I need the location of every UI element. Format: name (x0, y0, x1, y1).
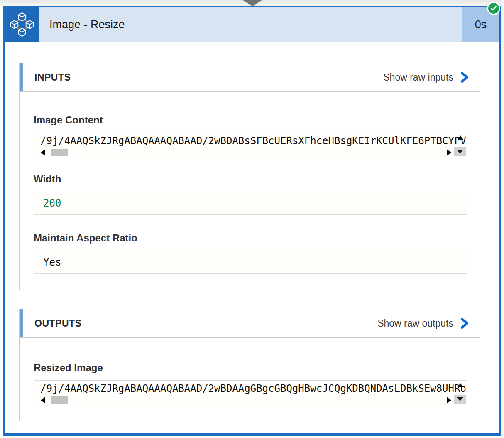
resized-image-value: /9j/4AAQSkZJRgABAQAAAQABAAD/2wBDAAgGBgcG… (34, 381, 467, 394)
inputs-section-header: INPUTS Show raw inputs (19, 63, 480, 92)
outputs-section-header: OUTPUTS Show raw outputs (19, 309, 480, 338)
horizontal-scrollbar[interactable] (41, 149, 451, 156)
field-label-resized-image: Resized Image (34, 338, 467, 374)
scrollbar-thumb[interactable] (51, 149, 68, 156)
action-header[interactable]: Image - Resize 0s (5, 7, 499, 42)
image-content-value-box[interactable]: /9j/4AAQSkZJRgABAQAAAQABAAD/2wBDABsSFBcU… (34, 133, 467, 157)
image-content-value: /9j/4AAQSkZJRgABAQAAAQABAAD/2wBDABsSFBcU… (34, 133, 467, 147)
maintain-aspect-ratio-value-box[interactable]: Yes (34, 251, 467, 274)
field-label-image-content: Image Content (34, 92, 467, 126)
field-label-width: Width (34, 173, 467, 185)
outputs-section-title: OUTPUTS (34, 318, 81, 329)
scroll-down-button[interactable] (454, 147, 466, 156)
scroll-up-icon[interactable] (458, 135, 463, 140)
check-icon (490, 5, 497, 12)
scroll-down-icon (457, 397, 463, 401)
show-raw-inputs-label: Show raw inputs (383, 72, 453, 83)
scroll-up-icon[interactable] (458, 383, 463, 387)
resized-image-value-box[interactable]: /9j/4AAQSkZJRgABAQAAAQABAAD/2wBDAAgGBgcG… (34, 380, 467, 405)
show-raw-outputs-label: Show raw outputs (377, 318, 453, 329)
inputs-section-body: Image Content /9j/4AAQSkZJRgABAQAAAQABAA… (19, 92, 480, 290)
outputs-section: OUTPUTS Show raw outputs Resized Image /… (19, 309, 480, 421)
scrollbar-thumb[interactable] (51, 396, 68, 404)
outputs-section-body: Resized Image /9j/4AAQSkZJRgABAQAAAQABAA… (19, 338, 480, 421)
action-icon-tile (5, 7, 39, 42)
maintain-aspect-ratio-value: Yes (43, 256, 61, 268)
scroll-right-icon[interactable] (447, 149, 451, 156)
scroll-left-icon[interactable] (41, 397, 45, 404)
status-success-badge[interactable] (487, 2, 500, 15)
horizontal-scrollbar[interactable] (41, 396, 451, 404)
cubes-network-icon (9, 12, 35, 37)
inputs-section: INPUTS Show raw inputs Image Content /9j… (19, 63, 480, 290)
show-raw-inputs-link[interactable]: Show raw inputs (383, 71, 469, 84)
canvas-right-shadow (501, 0, 504, 438)
inputs-accent-bar (20, 63, 23, 91)
chevron-right-icon (460, 317, 469, 330)
chevron-right-icon (460, 71, 469, 84)
inputs-section-title: INPUTS (34, 72, 71, 83)
width-value-box[interactable]: 200 (34, 192, 467, 215)
field-label-maintain-aspect-ratio: Maintain Aspect Ratio (34, 232, 467, 244)
action-title: Image - Resize (39, 7, 462, 42)
show-raw-outputs-link[interactable]: Show raw outputs (377, 317, 469, 330)
scroll-right-icon[interactable] (447, 397, 451, 404)
action-card: Image - Resize 0s INPUTS Show raw inputs… (3, 6, 501, 436)
scroll-down-button[interactable] (454, 395, 466, 404)
scroll-down-icon (457, 150, 463, 153)
outputs-accent-bar (20, 309, 23, 337)
scroll-left-icon[interactable] (41, 149, 45, 156)
width-value: 200 (43, 197, 61, 209)
